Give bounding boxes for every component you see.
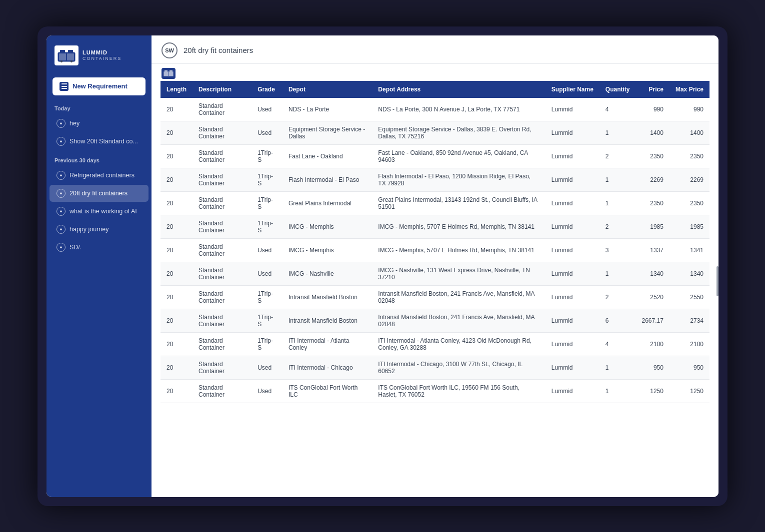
table-cell-8: 2100 — [670, 332, 710, 356]
table-cell-3: IMCG - Nashville — [282, 262, 372, 285]
table-cell-4: Intransit Mansfield Boston, 241 Francis … — [372, 309, 545, 332]
table-cell-0: 20 — [160, 144, 192, 168]
svg-point-5 — [60, 60, 62, 62]
table-row: 20Standard ContainerUsedEquipment Storag… — [160, 121, 710, 144]
logo-subtitle: CONTAINERS — [82, 56, 122, 61]
table-cell-1: Standard Container — [192, 379, 252, 403]
table-cell-8: 1250 — [670, 379, 710, 403]
table-cell-7: 1337 — [636, 238, 670, 262]
sidebar-item-20ft-dry[interactable]: ● 20ft dry fit containers — [50, 185, 148, 202]
table-cell-7: 1250 — [636, 379, 670, 403]
sidebar-item-hey[interactable]: ● hey — [50, 115, 148, 132]
table-cell-2: 1Trip-S — [252, 332, 282, 356]
chat-icon-hey: ● — [56, 119, 66, 128]
svg-rect-3 — [60, 50, 65, 53]
top-bar: SW 20ft dry fit containers — [152, 35, 718, 64]
logo-box — [54, 45, 78, 65]
today-section-label: Today — [46, 103, 152, 114]
app-container: LUMMID CONTAINERS ☰ New Requirement Toda… — [46, 35, 718, 497]
table-cell-4: ITS ConGlobal Fort Worth ILC, 19560 FM 1… — [372, 379, 545, 403]
sidebar-item-happy-journey-label: happy journey — [70, 226, 109, 233]
table-cell-5: Lummid — [546, 379, 600, 403]
sidebar-item-sd[interactable]: ● SD/. — [50, 239, 148, 256]
table-cell-4: ITI Intermodal - Atlanta Conley, 4123 Ol… — [372, 332, 545, 356]
new-requirement-button[interactable]: ☰ New Requirement — [52, 77, 146, 95]
scrollbar-indicator[interactable] — [716, 266, 718, 296]
lummid-small-badge — [162, 68, 176, 79]
table-cell-1: Standard Container — [192, 98, 252, 121]
table-cell-2: Used — [252, 121, 282, 144]
table-cell-0: 20 — [160, 356, 192, 379]
chat-icon-happy-journey: ● — [56, 225, 66, 234]
table-cell-7: 2667.17 — [636, 309, 670, 332]
sidebar-item-show20ft[interactable]: ● Show 20ft Standard co... — [50, 133, 148, 150]
table-cell-4: IMCG - Nashville, 131 West Express Drive… — [372, 262, 545, 285]
sidebar-item-refrigerated[interactable]: ● Refrigerated containers — [50, 167, 148, 184]
table-cell-6: 3 — [600, 238, 636, 262]
table-cell-4: ITI Intermodal - Chicago, 3100 W 77th St… — [372, 356, 545, 379]
table-cell-2: Used — [252, 238, 282, 262]
col-price: Price — [636, 81, 670, 98]
table-row: 20Standard ContainerUsedIMCG - MemphisIM… — [160, 238, 710, 262]
device-frame: LUMMID CONTAINERS ☰ New Requirement Toda… — [38, 26, 728, 506]
col-max-price: Max Price — [670, 81, 710, 98]
svg-rect-11 — [170, 70, 172, 72]
sidebar-item-ai-working[interactable]: ● what is the working of AI — [50, 203, 148, 220]
table-cell-3: ITI Intermodal - Chicago — [282, 356, 372, 379]
table-cell-8: 990 — [670, 98, 710, 121]
sidebar-item-show20ft-label: Show 20ft Standard co... — [70, 138, 138, 145]
table-cell-1: Standard Container — [192, 238, 252, 262]
table-cell-2: 1Trip-S — [252, 309, 282, 332]
table-cell-7: 1985 — [636, 215, 670, 238]
svg-rect-4 — [68, 50, 73, 53]
table-cell-0: 20 — [160, 379, 192, 403]
table-cell-8: 2734 — [670, 309, 710, 332]
chat-icon-sd: ● — [56, 243, 66, 252]
user-initials-badge: SW — [162, 42, 178, 58]
table-cell-3: NDS - La Porte — [282, 98, 372, 121]
table-cell-7: 950 — [636, 356, 670, 379]
table-cell-5: Lummid — [546, 285, 600, 309]
sidebar-item-hey-label: hey — [70, 120, 80, 127]
table-cell-1: Standard Container — [192, 215, 252, 238]
table-container[interactable]: Length Description Grade Depot Depot Add… — [152, 81, 718, 497]
table-cell-5: Lummid — [546, 191, 600, 215]
col-grade: Grade — [252, 81, 282, 98]
table-cell-7: 2269 — [636, 168, 670, 191]
table-cell-2: 1Trip-S — [252, 168, 282, 191]
svg-rect-2 — [67, 53, 74, 60]
table-cell-2: Used — [252, 262, 282, 285]
table-cell-5: Lummid — [546, 215, 600, 238]
table-cell-8: 1340 — [670, 262, 710, 285]
table-cell-2: 1Trip-S — [252, 191, 282, 215]
sidebar-item-refrigerated-label: Refrigerated containers — [70, 172, 134, 179]
table-cell-1: Standard Container — [192, 191, 252, 215]
table-row: 20Standard Container1Trip-SIntransit Man… — [160, 309, 710, 332]
table-cell-6: 1 — [600, 262, 636, 285]
table-cell-6: 2 — [600, 144, 636, 168]
table-cell-5: Lummid — [546, 121, 600, 144]
table-cell-3: Flash Intermodal - El Paso — [282, 168, 372, 191]
table-row: 20Standard ContainerUsedNDS - La PorteND… — [160, 98, 710, 121]
table-cell-1: Standard Container — [192, 144, 252, 168]
sidebar-item-happy-journey[interactable]: ● happy journey — [50, 221, 148, 238]
logo-text-area: LUMMID CONTAINERS — [82, 49, 122, 61]
table-cell-8: 1985 — [670, 215, 710, 238]
table-cell-4: Equipment Storage Service - Dallas, 3839… — [372, 121, 545, 144]
table-cell-7: 1400 — [636, 121, 670, 144]
table-cell-0: 20 — [160, 285, 192, 309]
table-cell-4: Flash Intermodal - El Paso, 1200 Mission… — [372, 168, 545, 191]
table-cell-2: 1Trip-S — [252, 285, 282, 309]
table-cell-8: 1400 — [670, 121, 710, 144]
table-cell-6: 4 — [600, 332, 636, 356]
table-row: 20Standard ContainerUsedIMCG - Nashville… — [160, 262, 710, 285]
table-cell-1: Standard Container — [192, 262, 252, 285]
logo-name: LUMMID — [82, 49, 122, 56]
table-row: 20Standard ContainerUsedITI Intermodal -… — [160, 356, 710, 379]
table-cell-3: Intransit Mansfield Boston — [282, 309, 372, 332]
table-header-row: Length Description Grade Depot Depot Add… — [160, 81, 710, 98]
table-cell-0: 20 — [160, 121, 192, 144]
chat-icon-ai-working: ● — [56, 207, 66, 216]
main-content: SW 20ft dry fit containers — [152, 35, 718, 497]
table-cell-7: 990 — [636, 98, 670, 121]
